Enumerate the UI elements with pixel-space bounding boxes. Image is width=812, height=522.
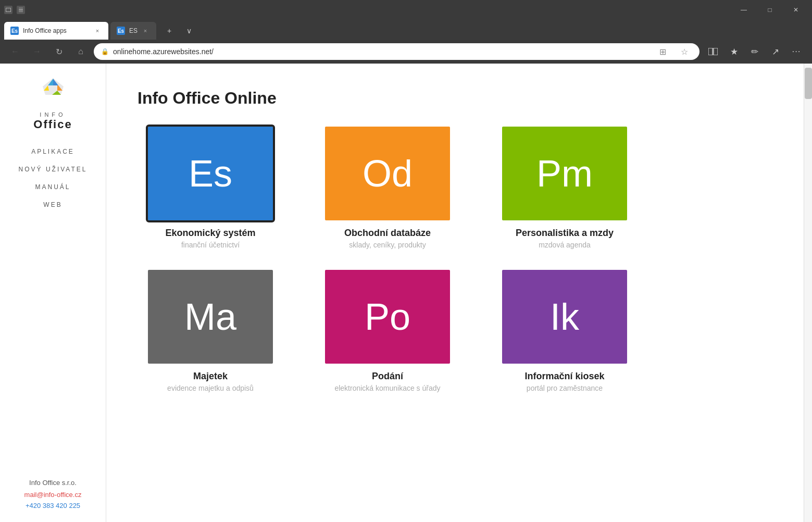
tab-actions: + ∨	[160, 22, 198, 40]
tab-favicon-2: Es	[117, 27, 125, 35]
app-name-ma: Majetek	[193, 371, 228, 382]
address-bar[interactable]: 🔒 onlinehome.azurewebsites.net/ ⊞ ☆	[94, 43, 699, 60]
split-view-icon	[708, 48, 718, 55]
tab-favicon-1: Es	[10, 27, 19, 35]
app-card-pm[interactable]: PmPersonalistika a mzdymzdová agenda	[492, 127, 638, 249]
pen-button[interactable]: ✏	[745, 42, 764, 61]
app-card-ik[interactable]: IkInformační kiosekportál pro zaměstnanc…	[492, 270, 638, 392]
page-title: Info Office Online	[138, 89, 772, 108]
split-view-button[interactable]	[704, 42, 722, 61]
app-card-es[interactable]: EsEkonomický systémfinanční účetnictví	[138, 127, 283, 249]
toolbar-right: ★ ✏ ↗ ···	[704, 42, 806, 61]
app-abbr-od: Od	[363, 155, 413, 192]
refresh-button[interactable]	[50, 43, 68, 60]
app-card-od[interactable]: OdObchodní databázesklady, ceníky, produ…	[315, 127, 460, 249]
logo-office: Office	[33, 118, 72, 131]
svg-rect-1	[714, 48, 718, 55]
app-desc-ma: evidence majetku a odpisů	[167, 384, 254, 392]
app-abbr-pm: Pm	[536, 155, 593, 192]
tabs-row: Es Info Office apps × Es ES × + ∨	[0, 20, 812, 40]
logo-svg	[32, 76, 74, 109]
app-icon-po: Po	[325, 270, 450, 364]
app-abbr-ma: Ma	[184, 298, 236, 335]
app-card-ma[interactable]: MaMajetekevidence majetku a odpisů	[138, 270, 283, 392]
sidebar-footer: Info Office s.r.o. mail@info-office.cz +…	[24, 468, 82, 509]
reader-mode-button[interactable]: ⊞	[655, 44, 670, 59]
footer-company: Info Office s.r.o.	[24, 479, 82, 487]
app-desc-pm: mzdová agenda	[539, 241, 591, 249]
footer-email[interactable]: mail@info-office.cz	[24, 491, 82, 499]
logo-info: INFO	[33, 111, 72, 118]
page-wrapper: INFO Office APLIKACE NOVÝ UŽIVATEL MANUÁ…	[0, 64, 812, 522]
home-icon	[78, 47, 83, 56]
logo-container: INFO Office	[32, 76, 74, 131]
logo-text: INFO Office	[33, 111, 72, 131]
maximize-button[interactable]: □	[758, 0, 782, 20]
app-name-od: Obchodní databáze	[344, 228, 431, 239]
tab-es[interactable]: Es ES ×	[110, 22, 156, 40]
app-icon-pm: Pm	[502, 127, 627, 220]
title-bar: — □ ✕	[0, 0, 812, 20]
app-desc-ik: portál pro zaměstnance	[527, 384, 603, 392]
share-button[interactable]: ↗	[766, 42, 785, 61]
app-desc-od: sklady, ceníky, produkty	[349, 241, 426, 249]
back-icon	[11, 47, 19, 56]
app-icon-ik: Ik	[502, 270, 627, 364]
address-bar-row: 🔒 onlinehome.azurewebsites.net/ ⊞ ☆ ★ ✏ …	[0, 40, 812, 64]
app-desc-es: finanční účetnictví	[181, 241, 240, 249]
svg-rect-0	[708, 48, 713, 55]
minimize-button[interactable]: —	[732, 0, 756, 20]
footer-phone[interactable]: +420 383 420 225	[24, 502, 82, 509]
nav-links: APLIKACE NOVÝ UŽIVATEL MANUÁL WEB	[19, 148, 88, 208]
close-icon: ✕	[793, 6, 798, 14]
favorite-button[interactable]: ☆	[677, 44, 692, 59]
app-card-po[interactable]: PoPodáníelektronická komunikace s úřady	[315, 270, 460, 392]
tab-favicon-text-2: Es	[118, 28, 124, 34]
sidebar-item-aplikace[interactable]: APLIKACE	[31, 148, 74, 155]
app-icon-es: Es	[148, 127, 273, 220]
forward-icon	[33, 47, 41, 56]
app-name-es: Ekonomický systém	[165, 228, 255, 239]
tab-title-2: ES	[129, 27, 138, 34]
back-button[interactable]	[6, 43, 24, 60]
apps-grid: EsEkonomický systémfinanční účetnictvíOd…	[138, 127, 638, 392]
tab-close-1[interactable]: ×	[93, 26, 102, 35]
lock-icon: 🔒	[101, 48, 109, 55]
app-icon-ma: Ma	[148, 270, 273, 364]
app-icon-od: Od	[325, 127, 450, 220]
forward-button[interactable]	[28, 43, 46, 60]
app-name-ik: Informační kiosek	[524, 371, 604, 382]
tab-close-2[interactable]: ×	[141, 26, 150, 35]
home-button[interactable]	[72, 43, 90, 60]
sidebar-item-novy-uzivatel[interactable]: NOVÝ UŽIVATEL	[19, 166, 88, 173]
favorites-button[interactable]: ★	[724, 42, 743, 61]
main-content: Info Office Online EsEkonomický systémfi…	[106, 64, 804, 522]
sidebar-item-web[interactable]: WEB	[43, 201, 62, 208]
new-tab-button[interactable]: +	[160, 22, 178, 40]
tab-info-office-apps[interactable]: Es Info Office apps ×	[4, 22, 108, 40]
app-name-po: Podání	[372, 371, 403, 382]
tab-title-1: Info Office apps	[23, 27, 90, 34]
scrollbar[interactable]	[804, 64, 812, 522]
app-abbr-po: Po	[365, 298, 410, 335]
app-name-pm: Personalistika a mzdy	[516, 228, 614, 239]
app-desc-po: elektronická komunikace s úřady	[334, 384, 440, 392]
tab-favicon-text-1: Es	[11, 28, 18, 34]
close-button[interactable]: ✕	[784, 0, 808, 20]
more-button[interactable]: ···	[787, 42, 806, 61]
tab-list-button[interactable]: ∨	[180, 22, 198, 40]
maximize-icon: □	[768, 6, 771, 14]
app-abbr-es: Es	[189, 155, 232, 192]
app-abbr-ik: Ik	[550, 298, 579, 335]
refresh-icon	[56, 47, 63, 57]
minimize-icon: —	[741, 6, 747, 14]
address-url: onlinehome.azurewebsites.net/	[113, 47, 651, 56]
address-bar-actions: ⊞ ☆	[655, 44, 692, 59]
sidebar: INFO Office APLIKACE NOVÝ UŽIVATEL MANUÁ…	[0, 64, 106, 522]
window-controls: — □ ✕	[732, 0, 808, 20]
sidebar-item-manual[interactable]: MANUÁL	[35, 183, 70, 191]
